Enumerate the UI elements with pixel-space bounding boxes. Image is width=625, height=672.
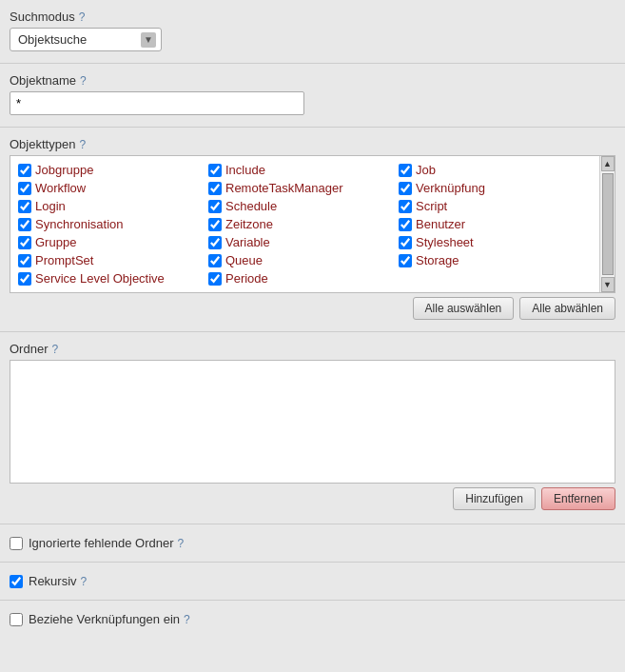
objekttyp-label[interactable]: Include xyxy=(225,163,265,177)
objekttypen-box: JobgruppeIncludeJobWorkflowRemoteTaskMan… xyxy=(10,155,615,293)
objekttyp-label[interactable]: Benutzer xyxy=(416,217,465,231)
objekttyp-checkbox[interactable] xyxy=(399,200,412,213)
rekursiv-help-icon[interactable]: ? xyxy=(81,575,88,588)
list-item: Schedule xyxy=(205,198,395,214)
objekttyp-label[interactable]: Schedule xyxy=(225,199,277,213)
deselect-all-button[interactable]: Alle abwählen xyxy=(519,297,615,320)
objektname-input[interactable] xyxy=(10,91,304,115)
scrollbar[interactable]: ▲ ▼ xyxy=(599,156,615,292)
suchmodus-dropdown[interactable]: Objektsuche Volltextsuche xyxy=(10,28,162,51)
objekttypen-grid: JobgruppeIncludeJobWorkflowRemoteTaskMan… xyxy=(14,162,611,287)
list-item: Synchronisation xyxy=(14,216,205,232)
rekursiv-label[interactable]: Rekursiv ? xyxy=(29,574,87,588)
objekttyp-label[interactable]: Workflow xyxy=(35,181,86,195)
objekttyp-label[interactable]: Service Level Objective xyxy=(35,271,165,286)
scroll-up-btn[interactable]: ▲ xyxy=(601,156,615,171)
ignoriere-help-icon[interactable]: ? xyxy=(177,537,184,550)
list-item: Queue xyxy=(205,252,395,268)
objektname-help-icon[interactable]: ? xyxy=(80,74,87,88)
list-item: Jobgruppe xyxy=(14,162,205,178)
objekttyp-label[interactable]: Jobgruppe xyxy=(35,163,93,177)
objekttyp-checkbox[interactable] xyxy=(208,236,222,249)
suchmodus-help-icon[interactable]: ? xyxy=(79,10,86,24)
list-item: Include xyxy=(205,162,395,178)
list-item: Benutzer xyxy=(395,216,585,232)
ignoriere-label[interactable]: Ignorierte fehlende Ordner ? xyxy=(29,536,184,550)
objekttyp-checkbox[interactable] xyxy=(18,236,31,249)
objekttyp-checkbox[interactable] xyxy=(18,254,31,267)
hinzufuegen-button[interactable]: Hinzufügen xyxy=(453,487,536,510)
list-item: Login xyxy=(14,198,205,214)
ordner-help-icon[interactable]: ? xyxy=(51,343,58,356)
objekttyp-checkbox[interactable] xyxy=(208,200,222,213)
objekttyp-checkbox[interactable] xyxy=(18,182,31,195)
beziehe-label[interactable]: Beziehe Verknüpfungen ein ? xyxy=(29,612,190,626)
list-item: Gruppe xyxy=(14,234,205,250)
objekttyp-label[interactable]: Queue xyxy=(225,253,263,267)
list-item: RemoteTaskManager xyxy=(205,180,395,196)
list-item: Verknüpfung xyxy=(395,180,585,196)
objekttyp-label[interactable]: Gruppe xyxy=(35,235,76,249)
list-item: Workflow xyxy=(14,180,205,196)
list-item: Service Level Objective xyxy=(14,270,205,287)
objekttyp-checkbox[interactable] xyxy=(399,254,412,267)
objekttyp-checkbox[interactable] xyxy=(18,164,31,177)
objekttyp-checkbox[interactable] xyxy=(399,182,412,195)
beziehe-checkbox[interactable] xyxy=(10,613,23,626)
ignoriere-checkbox[interactable] xyxy=(10,537,23,550)
list-item: Job xyxy=(395,162,585,178)
objekttyp-checkbox[interactable] xyxy=(399,218,412,231)
objekttyp-checkbox[interactable] xyxy=(208,218,222,231)
entfernen-button[interactable]: Entfernen xyxy=(541,487,615,510)
ignoriere-row: Ignorierte fehlende Ordner ? xyxy=(10,534,615,552)
objekttypen-label: Objekttypen xyxy=(10,137,75,151)
objekttyp-checkbox[interactable] xyxy=(399,236,412,249)
beziehe-help-icon[interactable]: ? xyxy=(184,613,190,626)
objekttyp-checkbox[interactable] xyxy=(18,200,31,213)
objekttyp-label[interactable]: Synchronisation xyxy=(35,217,124,231)
list-item: Zeitzone xyxy=(205,216,395,232)
objekttyp-label[interactable]: Job xyxy=(416,163,436,177)
list-item: PromptSet xyxy=(14,252,205,268)
scroll-down-btn[interactable]: ▼ xyxy=(601,277,615,292)
objekttyp-label[interactable]: RemoteTaskManager xyxy=(225,181,343,195)
objekttyp-checkbox[interactable] xyxy=(208,164,222,177)
objekttyp-label[interactable]: PromptSet xyxy=(35,253,93,267)
objekttypen-button-row: Alle auswählen Alle abwählen xyxy=(10,297,615,320)
objekttypen-help-icon[interactable]: ? xyxy=(79,138,86,151)
objekttyp-checkbox[interactable] xyxy=(18,272,31,286)
beziehe-row: Beziehe Verknüpfungen ein ? xyxy=(10,610,615,628)
objekttyp-checkbox[interactable] xyxy=(208,254,222,267)
scroll-thumb[interactable] xyxy=(602,173,614,275)
objekttyp-checkbox[interactable] xyxy=(399,164,412,177)
objekttyp-checkbox[interactable] xyxy=(208,182,222,195)
objekttyp-label[interactable]: Storage xyxy=(416,253,459,267)
objekttyp-checkbox[interactable] xyxy=(208,272,222,286)
list-item: Periode xyxy=(205,270,395,287)
list-item: Script xyxy=(395,198,585,214)
ordner-label: Ordner xyxy=(10,342,48,356)
objekttyp-label[interactable]: Login xyxy=(35,199,66,213)
select-all-button[interactable]: Alle auswählen xyxy=(413,297,515,320)
ordner-button-row: Hinzufügen Entfernen xyxy=(10,487,615,510)
objekttyp-label[interactable]: Zeitzone xyxy=(225,217,273,231)
ordner-box xyxy=(10,360,615,484)
objekttyp-label[interactable]: Stylesheet xyxy=(416,235,474,249)
objekttyp-label[interactable]: Script xyxy=(416,199,447,213)
list-item: Storage xyxy=(395,252,585,268)
rekursiv-checkbox[interactable] xyxy=(10,575,23,588)
objektname-label: Objektname xyxy=(10,73,76,88)
objekttyp-checkbox[interactable] xyxy=(18,218,31,231)
list-item: Stylesheet xyxy=(395,234,585,250)
objekttyp-label[interactable]: Verknüpfung xyxy=(416,181,485,195)
rekursiv-row: Rekursiv ? xyxy=(10,572,615,590)
objekttyp-label[interactable]: Variable xyxy=(225,235,270,249)
objekttyp-label[interactable]: Periode xyxy=(225,271,268,286)
list-item: Variable xyxy=(205,234,395,250)
suchmodus-label: Suchmodus xyxy=(10,10,75,24)
